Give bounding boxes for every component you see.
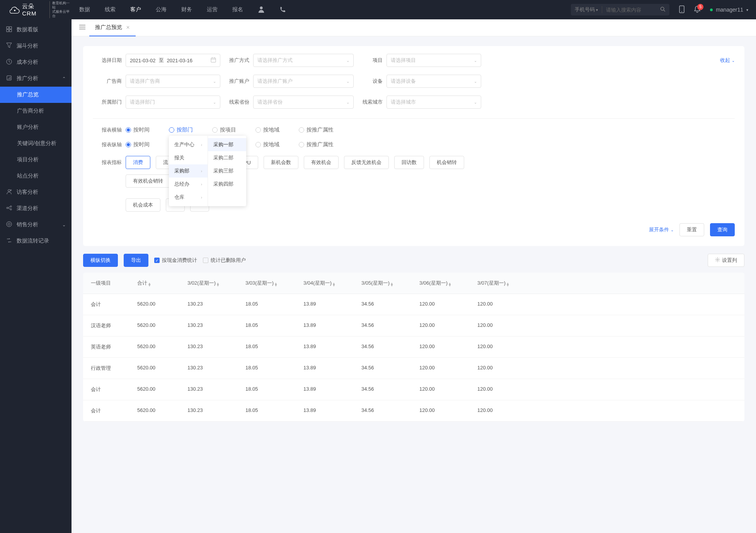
cascade-item[interactable]: 采购部›	[169, 164, 208, 178]
radio-option[interactable]: 按项目	[212, 126, 236, 133]
cascade-item[interactable]: 采购二部	[208, 151, 246, 164]
brand-tagline: 教育机构一站 式服务云平台	[49, 1, 72, 18]
cascade-item[interactable]: 采购三部	[208, 164, 246, 178]
radio-option[interactable]: 按地域	[255, 126, 279, 133]
cascade-item[interactable]: 采购四部	[208, 178, 246, 191]
column-setting-button[interactable]: 设置列	[708, 254, 744, 267]
table-cell: 18.05	[245, 365, 303, 372]
sidebar-subitem[interactable]: 推广总览	[0, 87, 72, 103]
expand-conditions-link[interactable]: 展开条件⌄	[649, 226, 674, 233]
search-type-select[interactable]: 手机号码 ▾	[575, 6, 603, 13]
sidebar-subitem[interactable]: 广告商分析	[0, 103, 72, 119]
search-icon[interactable]	[660, 7, 666, 13]
radio-option[interactable]: 按推广属性	[299, 141, 334, 148]
sales-icon	[6, 221, 12, 228]
metric-tag[interactable]: 有效机会	[304, 156, 339, 169]
nav-item[interactable]: 公海	[156, 6, 167, 13]
swap-axes-button[interactable]: 横纵切换	[83, 254, 118, 267]
sidebar-subitem[interactable]: 项目分析	[0, 152, 72, 168]
table-cell: 18.05	[245, 343, 303, 350]
metric-label: 报表指标	[93, 156, 122, 166]
cash-stat-checkbox[interactable]: ✓ 按现金消费统计	[154, 257, 197, 264]
sidebar-item[interactable]: 推广分析⌃	[0, 70, 72, 87]
sidebar-subitem[interactable]: 站点分析	[0, 168, 72, 184]
metric-tag[interactable]: 反馈无效机会	[344, 156, 389, 169]
sidebar-item[interactable]: 漏斗分析	[0, 38, 72, 54]
sidebar-item[interactable]: 渠道分析	[0, 200, 72, 217]
export-button[interactable]: 导出	[124, 254, 148, 267]
nav-item[interactable]: 线索	[105, 6, 116, 13]
sidebar-toggle-icon[interactable]	[75, 24, 89, 31]
query-button[interactable]: 查询	[710, 223, 735, 236]
sidebar-subitem[interactable]: 关键词/创意分析	[0, 135, 72, 152]
collapse-filters-link[interactable]: 收起⌄	[720, 57, 735, 64]
date-range-input[interactable]: 2021-03-02 至 2021-03-16	[126, 54, 220, 67]
table-header-cell[interactable]: 3/07(星期一)▴▾	[477, 280, 535, 287]
advertiser-select[interactable]: 请选择广告商⌄	[126, 75, 220, 88]
metric-tag[interactable]: 回访数	[394, 156, 424, 169]
sidebar-item[interactable]: 数据看版	[0, 22, 72, 38]
cascade-item[interactable]: 生产中心›	[169, 138, 208, 151]
svg-rect-6	[6, 27, 9, 29]
chevron-down-icon: ⌄	[213, 79, 216, 84]
nav-item[interactable]: 客户	[130, 6, 141, 13]
device-select[interactable]: 请选择设备⌄	[387, 75, 481, 88]
dept-select[interactable]: 请选择部门⌄	[126, 96, 220, 109]
table-header-cell[interactable]: 一级项目	[91, 280, 137, 287]
metric-tag[interactable]: 有效机会销转	[126, 174, 170, 188]
cascade-item[interactable]: 采购一部	[208, 138, 246, 151]
radio-option[interactable]: 按推广属性	[299, 126, 334, 133]
project-select[interactable]: 请选择项目⌄	[387, 54, 481, 67]
city-select[interactable]: 请选择城市⌄	[387, 96, 481, 109]
bell-icon[interactable]: 5	[694, 6, 700, 14]
reset-button[interactable]: 重置	[679, 223, 704, 236]
phone-icon[interactable]	[279, 6, 286, 14]
checkbox-checked-icon: ✓	[154, 258, 160, 263]
cascade-item[interactable]: 总经办›	[169, 178, 208, 191]
radio-option[interactable]: 按地域	[255, 141, 279, 148]
sidebar-subitem[interactable]: 账户分析	[0, 119, 72, 135]
close-icon[interactable]: ✕	[126, 25, 130, 30]
table-cell: 120.00	[419, 386, 477, 393]
method-select[interactable]: 请选择推广方式⌄	[253, 54, 354, 67]
mobile-icon[interactable]	[679, 5, 684, 14]
table-header-cell[interactable]: 3/04(星期一)▴▾	[303, 280, 361, 287]
nav-item[interactable]: 运营	[207, 6, 218, 13]
nav-item[interactable]: 财务	[181, 6, 192, 13]
chevron-down-icon: ⌄	[346, 79, 349, 84]
dashboard-icon	[6, 26, 12, 33]
sidebar-item[interactable]: 销售分析⌄	[0, 217, 72, 233]
account-select[interactable]: 请选择推广账户⌄	[253, 75, 354, 88]
metric-tag[interactable]: 新机会数	[264, 156, 298, 169]
svg-line-20	[8, 207, 10, 208]
metric-tag[interactable]: 消费	[126, 156, 150, 169]
logo[interactable]: 云朵CRM 教育机构一站 式服务云平台	[0, 1, 72, 18]
table-header-cell[interactable]: 3/02(星期一)▴▾	[187, 280, 245, 287]
radio-option[interactable]: 按时间	[126, 141, 150, 148]
metric-tag[interactable]: 机会销转	[429, 156, 464, 169]
global-search[interactable]: 手机号码 ▾	[571, 4, 670, 15]
sidebar-item[interactable]: 数据流转记录	[0, 233, 72, 249]
search-input[interactable]	[606, 7, 660, 13]
province-select[interactable]: 请选择省份⌄	[253, 96, 354, 109]
nav-item[interactable]: 数据	[79, 6, 90, 13]
nav-item[interactable]: 报名	[232, 6, 243, 13]
table-header-cell[interactable]: 3/06(星期一)▴▾	[419, 280, 477, 287]
cascade-item[interactable]: 报关	[169, 151, 208, 164]
svg-point-23	[8, 223, 10, 226]
tab-active[interactable]: 推广总预览 ✕	[89, 19, 136, 36]
table-cell: 130.23	[187, 301, 245, 308]
cascade-item[interactable]: 仓库›	[169, 191, 208, 204]
table-header-cell[interactable]: 合计▴▾	[137, 280, 187, 287]
metric-tag[interactable]: 机会成本	[126, 198, 160, 212]
radio-option[interactable]: 按部门	[169, 126, 193, 133]
radio-option[interactable]: 按时间	[126, 126, 150, 133]
deleted-stat-checkbox[interactable]: 统计已删除用户	[203, 257, 246, 264]
sidebar-item[interactable]: 成本分析	[0, 54, 72, 70]
sidebar-item-label: 漏斗分析	[17, 43, 38, 50]
table-header-cell[interactable]: 3/05(星期一)▴▾	[361, 280, 419, 287]
user-icon[interactable]	[258, 6, 265, 14]
user-menu[interactable]: manager11 ▾	[710, 7, 748, 13]
sidebar-item[interactable]: 访客分析	[0, 184, 72, 200]
table-header-cell[interactable]: 3/03(星期一)▴▾	[245, 280, 303, 287]
